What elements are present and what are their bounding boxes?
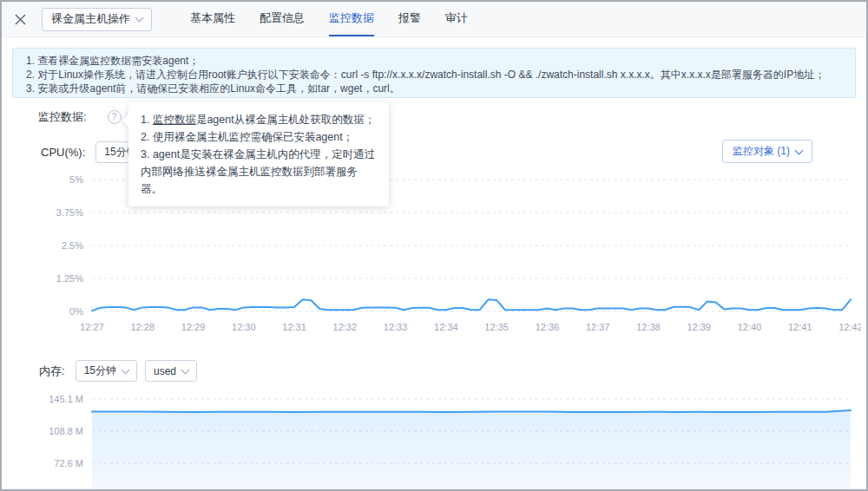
- memory-chart-controls: 内存: 15分钟 used: [39, 359, 866, 383]
- cpu-label: CPU(%):: [41, 146, 85, 159]
- banner-line-3: 3. 安装或升级agent前，请确保已安装相应的Linux命令工具，如tar，w…: [26, 82, 842, 95]
- svg-text:12:35: 12:35: [484, 322, 509, 332]
- memory-label: 内存:: [39, 363, 65, 379]
- svg-text:0%: 0%: [69, 306, 83, 317]
- svg-text:5%: 5%: [69, 174, 83, 185]
- svg-text:12:28: 12:28: [131, 322, 155, 332]
- bare-metal-actions-dropdown[interactable]: 裸金属主机操作: [42, 8, 152, 31]
- svg-text:72.6 M: 72.6 M: [54, 458, 83, 468]
- tab-basic-properties[interactable]: 基本属性: [190, 2, 235, 36]
- tab-monitor-data[interactable]: 监控数据: [329, 2, 374, 36]
- tooltip-line-2: 2. 使用裸金属主机监控需确保已安装agent；: [141, 128, 377, 146]
- memory-period-select[interactable]: 15分钟: [76, 360, 137, 382]
- memory-usage-chart[interactable]: 145.1 M108.8 M72.6 M: [12, 389, 861, 491]
- chevron-down-icon: [135, 14, 144, 23]
- svg-text:12:30: 12:30: [232, 322, 256, 332]
- svg-text:108.8 M: 108.8 M: [49, 426, 83, 436]
- monitor-data-tooltip: 1. 监控数据是agent从裸金属主机处获取的数据； 2. 使用裸金属主机监控需…: [128, 102, 389, 206]
- svg-text:12:42: 12:42: [838, 322, 861, 332]
- help-icon[interactable]: ?: [108, 110, 122, 124]
- svg-text:3.75%: 3.75%: [56, 207, 83, 218]
- svg-text:12:41: 12:41: [788, 322, 812, 332]
- banner-line-2: 2. 对于Linux操作系统，请进入控制台用root账户执行以下安装命令：cur…: [26, 68, 842, 82]
- svg-text:12:38: 12:38: [636, 322, 661, 332]
- chevron-down-icon: [795, 146, 804, 154]
- bare-metal-host-detail-panel: 裸金属主机操作 基本属性 配置信息 监控数据 报警 审计 1. 查看裸金属监控数…: [0, 0, 868, 491]
- svg-text:12:33: 12:33: [384, 322, 408, 332]
- tab-audit[interactable]: 审计: [445, 2, 468, 36]
- svg-text:12:32: 12:32: [333, 322, 358, 332]
- action-button-label: 裸金属主机操作: [51, 11, 130, 27]
- detail-header: 裸金属主机操作 基本属性 配置信息 监控数据 报警 审计: [2, 2, 866, 37]
- chevron-down-icon: [181, 365, 190, 374]
- svg-text:12:29: 12:29: [181, 322, 206, 332]
- banner-line-1: 1. 查看裸金属监控数据需安装agent；: [26, 54, 842, 68]
- svg-text:1.25%: 1.25%: [56, 273, 83, 284]
- tooltip-line-3: 3. agent是安装在裸金属主机内的代理，定时通过内部网络推送裸金属主机监控数…: [141, 146, 377, 198]
- svg-text:12:34: 12:34: [434, 322, 458, 332]
- svg-text:12:36: 12:36: [536, 322, 560, 332]
- detail-tabs: 基本属性 配置信息 监控数据 报警 审计: [178, 2, 480, 36]
- svg-text:12:40: 12:40: [738, 322, 762, 332]
- chevron-down-icon: [122, 365, 130, 374]
- svg-text:145.1 M: 145.1 M: [49, 394, 83, 404]
- agent-install-info-banner: 1. 查看裸金属监控数据需安装agent； 2. 对于Linux操作系统，请进入…: [12, 48, 856, 98]
- monitor-data-label: 监控数据:: [38, 109, 87, 125]
- monitor-target-button[interactable]: 监控对象 (1): [722, 140, 812, 163]
- svg-text:12:37: 12:37: [586, 322, 610, 332]
- svg-text:2.5%: 2.5%: [62, 240, 83, 251]
- svg-text:12:27: 12:27: [80, 322, 104, 332]
- tab-alerts[interactable]: 报警: [398, 2, 421, 36]
- svg-text:12:39: 12:39: [687, 322, 711, 332]
- svg-text:12:31: 12:31: [282, 322, 306, 332]
- tooltip-line-1: 1. 监控数据是agent从裸金属主机处获取的数据；: [141, 111, 377, 128]
- close-icon[interactable]: [7, 2, 33, 36]
- memory-metric-select[interactable]: used: [145, 360, 197, 382]
- tab-config-info[interactable]: 配置信息: [260, 2, 305, 36]
